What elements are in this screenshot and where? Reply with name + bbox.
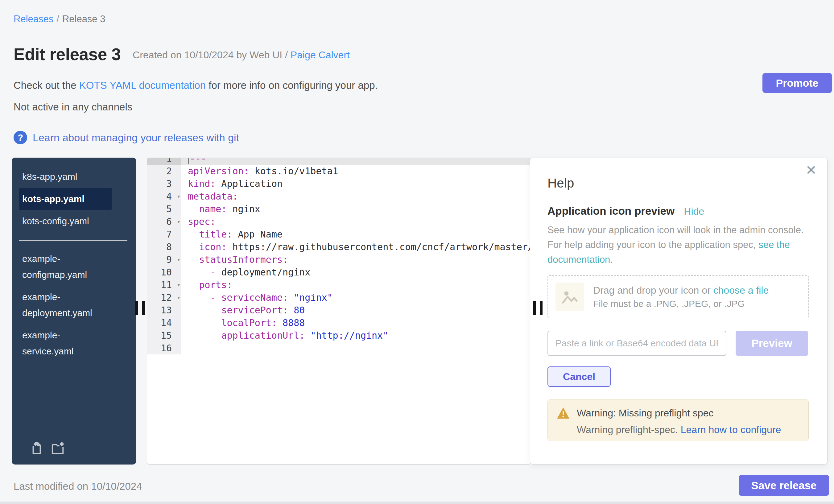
- code-content[interactable]: apiVersion: kots.io/v1beta1: [181, 165, 531, 177]
- icon-preview-description: See how your application icon will look …: [547, 223, 813, 267]
- code-content[interactable]: - serviceName: "nginx": [181, 291, 531, 304]
- code-segment: [188, 292, 210, 303]
- add-file-icon[interactable]: [29, 441, 44, 455]
- file-tree-item[interactable]: example-configmap.yaml: [19, 248, 112, 286]
- code-segment: [188, 317, 221, 328]
- code-segment: 8888: [283, 317, 305, 328]
- code-content[interactable]: kind: Application: [181, 177, 531, 190]
- breadcrumb: Releases/Release 3: [14, 14, 105, 25]
- icon-url-input[interactable]: [547, 331, 726, 356]
- code-segment: metadata:: [188, 191, 238, 202]
- code-content[interactable]: localPort: 8888: [181, 316, 531, 329]
- code-content[interactable]: [181, 342, 531, 354]
- save-release-button[interactable]: Save release: [739, 475, 829, 496]
- breadcrumb-releases-link[interactable]: Releases: [14, 14, 53, 24]
- code-line: 4▾metadata:: [147, 190, 531, 203]
- file-tree-item[interactable]: example-service.yaml: [19, 324, 112, 363]
- file-tree-item[interactable]: kots-config.yaml: [19, 210, 112, 232]
- code-segment: [188, 203, 199, 214]
- title-row: Edit release 3 Created on 10/10/2024 by …: [14, 44, 350, 64]
- warning-triangle-icon: [556, 407, 570, 419]
- line-number: 4▾: [147, 190, 181, 203]
- sidebar-footer: [12, 426, 136, 464]
- add-folder-icon[interactable]: [50, 441, 65, 455]
- code-segment: App Name: [233, 229, 283, 240]
- fold-arrow-icon[interactable]: ▾: [177, 253, 180, 266]
- doc-hint-pre: Check out the: [14, 80, 79, 91]
- code-segment: ports:: [199, 280, 232, 290]
- code-segment: apiVersion:: [188, 166, 249, 176]
- yaml-editor[interactable]: 1---2apiVersion: kots.io/v1beta13kind: A…: [147, 158, 531, 464]
- code-content[interactable]: servicePort: 80: [181, 304, 531, 316]
- preview-button[interactable]: Preview: [736, 331, 808, 356]
- code-line: 9▾ statusInformers:: [147, 253, 531, 266]
- line-number: 1: [147, 158, 181, 165]
- code-content[interactable]: ports:: [181, 279, 531, 291]
- fold-arrow-icon[interactable]: ▾: [177, 215, 180, 228]
- close-icon[interactable]: ✕: [805, 163, 817, 177]
- kots-yaml-doc-link[interactable]: KOTS YAML documentation: [79, 80, 206, 91]
- pane-resize-handle-left[interactable]: [135, 301, 145, 315]
- cancel-button[interactable]: Cancel: [547, 367, 611, 387]
- line-number: 11▾: [147, 279, 181, 291]
- code-segment: [188, 280, 199, 290]
- doc-hint: Check out the KOTS YAML documentation fo…: [14, 80, 378, 91]
- code-content[interactable]: icon: https://raw.githubusercontent.com/…: [181, 241, 531, 253]
- icon-preview-title: Application icon preview: [547, 205, 675, 217]
- code-segment: [188, 267, 210, 278]
- code-line: 11▾ ports:: [147, 279, 531, 291]
- line-number: 16: [147, 342, 181, 354]
- code-content[interactable]: applicationUrl: "http://nginx": [181, 329, 531, 342]
- code-segment: -: [210, 292, 221, 303]
- fold-arrow-icon[interactable]: ▾: [177, 190, 180, 203]
- code-line: 3kind: Application: [147, 177, 531, 190]
- code-segment: kots.io/v1beta1: [249, 166, 338, 176]
- hide-link[interactable]: Hide: [684, 206, 704, 217]
- dropzone-text-pre: Drag and drop your icon or: [593, 285, 714, 296]
- code-segment: spec:: [188, 216, 216, 227]
- code-segment: [277, 317, 283, 328]
- code-content[interactable]: statusInformers:: [181, 253, 531, 266]
- code-segment: [188, 305, 221, 315]
- code-line: 6▾spec:: [147, 215, 531, 228]
- code-content[interactable]: ---: [181, 158, 531, 165]
- git-help-row: ? Learn about managing your releases wit…: [14, 131, 239, 144]
- promote-button[interactable]: Promote: [763, 73, 832, 93]
- code-segment: "nginx": [294, 292, 332, 303]
- file-group-divider: [19, 240, 127, 241]
- code-line: 5 name: nginx: [147, 203, 531, 215]
- file-group-examples: example-configmap.yamlexample-deployment…: [12, 248, 136, 363]
- text-cursor: [188, 158, 189, 164]
- line-number: 5: [147, 203, 181, 215]
- learn-configure-link[interactable]: Learn how to configure: [681, 424, 781, 435]
- code-content[interactable]: title: App Name: [181, 228, 531, 241]
- code-line: 13 servicePort: 80: [147, 304, 531, 316]
- code-content[interactable]: spec:: [181, 215, 531, 228]
- code-line: 15 applicationUrl: "http://nginx": [147, 329, 531, 342]
- git-releases-link[interactable]: Learn about managing your releases with …: [33, 132, 239, 144]
- code-content[interactable]: metadata:: [181, 190, 531, 203]
- pane-resize-handle-right[interactable]: [533, 301, 543, 315]
- file-tree-item[interactable]: k8s-app.yaml: [19, 166, 112, 188]
- created-by-link[interactable]: Paige Calvert: [290, 49, 350, 61]
- code-segment: serviceName:: [221, 292, 288, 303]
- help-panel: ✕ Help Application icon preview Hide See…: [530, 158, 828, 464]
- file-tree-item[interactable]: kots-app.yaml: [19, 188, 112, 210]
- icon-dropzone[interactable]: Drag and drop your icon or choose a file…: [547, 275, 809, 318]
- warning-detail-text: Warning preflight-spec.: [577, 424, 681, 435]
- code-line: 7 title: App Name: [147, 228, 531, 241]
- choose-file-link[interactable]: choose a file: [714, 285, 769, 296]
- page-title: Edit release 3: [14, 44, 121, 64]
- breadcrumb-current: Release 3: [62, 14, 106, 24]
- line-number: 6▾: [147, 215, 181, 228]
- file-tree-item[interactable]: example-deployment.yaml: [19, 286, 112, 324]
- image-placeholder-icon: [555, 283, 584, 311]
- code-content[interactable]: - deployment/nginx: [181, 266, 531, 279]
- fold-arrow-icon[interactable]: ▾: [177, 279, 180, 291]
- code-segment: [188, 330, 221, 341]
- code-content[interactable]: name: nginx: [181, 203, 531, 215]
- doc-hint-post: for more info on configuring your app.: [206, 80, 378, 91]
- fold-arrow-icon[interactable]: ▾: [177, 291, 180, 304]
- code-line: 12▾ - serviceName: "nginx": [147, 291, 531, 304]
- code-lines: 1---2apiVersion: kots.io/v1beta13kind: A…: [147, 158, 531, 354]
